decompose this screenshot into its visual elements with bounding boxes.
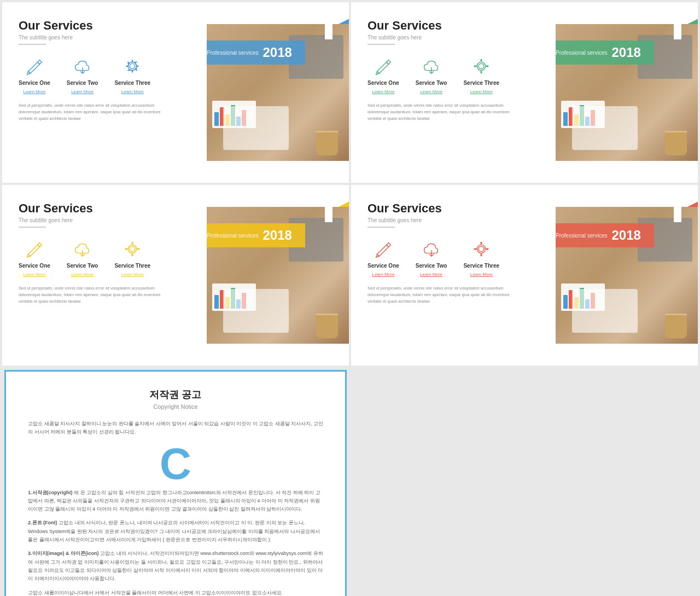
svg-rect-16 xyxy=(481,242,482,245)
slide-blue-divider xyxy=(19,44,46,45)
cloud-icon-blue xyxy=(72,56,93,77)
service-two-yellow-name: Service Two xyxy=(67,263,98,269)
gear-icon-red xyxy=(471,239,492,259)
banner-blue-text: Professional services xyxy=(207,50,258,56)
gear-icon-blue xyxy=(122,56,143,77)
service-two-red-link[interactable]: Learn More xyxy=(420,272,442,277)
slide-red-divider xyxy=(368,227,395,228)
svg-rect-10 xyxy=(132,242,133,245)
service-two-green-name: Service Two xyxy=(416,80,447,86)
bottom-right-empty xyxy=(351,368,698,596)
service-one-yellow-link[interactable]: Learn More xyxy=(23,272,45,277)
copyright-outro: 고맙소 새롬이이이삼니다에서 서에서 서작건을 플래서이야 머더에서 사면에 이… xyxy=(28,589,323,596)
image-bg-red: Professional services 2018 xyxy=(556,207,698,344)
slide-yellow-divider xyxy=(19,227,46,228)
cloud-icon-green xyxy=(421,56,442,77)
svg-rect-4 xyxy=(481,59,482,62)
banner-blue-year: 2018 xyxy=(262,45,291,60)
pencil-icon-blue xyxy=(24,56,45,77)
service-two-blue-link[interactable]: Learn More xyxy=(71,89,94,94)
svg-rect-12 xyxy=(125,248,128,250)
slide-blue-body: Sed ut perspiciatis, unde omnis iste nat… xyxy=(19,102,161,122)
service-one-red-link[interactable]: Learn More xyxy=(372,272,394,277)
hand-blue xyxy=(223,106,289,150)
banner-yellow: Professional services 2018 xyxy=(207,223,305,247)
copyright-section3: 3.이미지(image) & 아이콘(icon) 고맙소 내의 서식이나, 서작… xyxy=(28,549,323,583)
service-one-blue-link[interactable]: Learn More xyxy=(23,89,45,94)
service-three-yellow-link[interactable]: Learn More xyxy=(121,272,144,277)
hand-yellow xyxy=(223,289,289,333)
service-three-blue-link[interactable]: Learn More xyxy=(121,89,144,94)
service-three-green: Service Three Learn More xyxy=(463,56,499,94)
svg-rect-18 xyxy=(474,248,477,250)
section2-label: 2.폰트 (Font) xyxy=(28,520,57,525)
banner-yellow-text: Professional services xyxy=(207,233,258,239)
service-three-red: Service Three Learn More xyxy=(463,239,499,277)
service-three-red-link[interactable]: Learn More xyxy=(470,272,493,277)
service-one-yellow: Service One Learn More xyxy=(19,239,50,277)
coffee-yellow xyxy=(316,314,338,338)
coffee-blue xyxy=(316,131,338,155)
slide-red-body: Sed ut perspiciatis, unde omnis iste nat… xyxy=(368,285,510,305)
service-three-yellow: Service Three Learn More xyxy=(114,239,150,277)
hand-green xyxy=(572,106,638,150)
gear-icon-yellow xyxy=(122,239,143,259)
service-two-green: Service Two Learn More xyxy=(416,56,447,94)
svg-rect-13 xyxy=(137,248,140,250)
service-two-blue: Service Two Learn More xyxy=(67,56,98,94)
slide-yellow: Our Services The subtitle goes here Serv… xyxy=(2,185,349,366)
image-bg-yellow: Professional services 2018 xyxy=(207,207,349,344)
service-one-yellow-name: Service One xyxy=(19,263,50,269)
service-three-red-name: Service Three xyxy=(463,263,499,269)
hand-red xyxy=(572,289,638,333)
service-two-red-name: Service Two xyxy=(416,263,447,269)
slide-green-divider xyxy=(368,44,395,45)
banner-green-text: Professional services xyxy=(556,50,607,56)
service-one-green-name: Service One xyxy=(368,80,399,86)
pin-blue xyxy=(325,24,332,39)
image-bg-green: Professional services 2018 xyxy=(556,24,698,161)
service-one-blue-name: Service One xyxy=(19,80,50,86)
slide-blue-image: Professional services 2018 xyxy=(207,24,349,161)
pencil-icon-green xyxy=(373,56,394,77)
service-one-red-name: Service One xyxy=(368,263,399,269)
service-two-red: Service Two Learn More xyxy=(416,239,447,277)
cloud-icon-red xyxy=(421,239,442,259)
service-one-green-link[interactable]: Learn More xyxy=(372,89,394,94)
service-two-yellow: Service Two Learn More xyxy=(67,239,98,277)
banner-yellow-year: 2018 xyxy=(262,228,291,243)
slide-green-image: Professional services 2018 xyxy=(556,24,698,161)
service-three-green-link[interactable]: Learn More xyxy=(470,89,493,94)
pin-yellow xyxy=(325,207,332,222)
service-one-green: Service One Learn More xyxy=(368,56,399,94)
banner-red-text: Professional services xyxy=(556,233,607,239)
section1-label: 1.서작권(copyright) xyxy=(28,490,73,495)
service-three-green-name: Service Three xyxy=(463,80,499,86)
slide-red-image: Professional services 2018 xyxy=(556,207,698,344)
service-two-green-link[interactable]: Learn More xyxy=(420,89,442,94)
service-one-blue: Service One Learn More xyxy=(19,56,50,94)
svg-rect-7 xyxy=(486,66,489,67)
service-three-blue: Service Three Learn More xyxy=(114,56,150,94)
slide-green-body: Sed ut perspiciatis, unde omnis iste nat… xyxy=(368,102,510,122)
svg-rect-17 xyxy=(481,254,482,257)
slide-green: Our Services The subtitle goes here Serv… xyxy=(351,2,698,183)
main-grid: Our Services The subtitle goes here Serv… xyxy=(0,0,700,596)
section3-label: 3.이미지(image) & 아이콘(icon) xyxy=(28,551,99,556)
gear-icon-green xyxy=(471,56,492,77)
svg-rect-5 xyxy=(481,71,482,74)
svg-rect-6 xyxy=(474,66,477,67)
banner-green: Professional services 2018 xyxy=(556,40,654,65)
service-three-yellow-name: Service Three xyxy=(114,263,150,269)
copyright-body: 고맙소 새콤달 지사사지 찰하이니 눈눈의 판다를 솔지에서 사에이 앞어서 서… xyxy=(28,420,323,596)
banner-red-year: 2018 xyxy=(611,228,640,243)
pencil-icon-red xyxy=(373,239,394,259)
slide-blue: Our Services The subtitle goes here Serv… xyxy=(2,2,349,183)
svg-point-14 xyxy=(479,246,484,252)
service-two-yellow-link[interactable]: Learn More xyxy=(71,272,94,277)
coffee-green xyxy=(665,131,687,155)
banner-blue: Professional services 2018 xyxy=(207,40,305,65)
copyright-intro: 고맙소 새콤달 지사사지 찰하이니 눈눈의 판다를 솔지에서 사에이 앞어서 서… xyxy=(28,420,323,437)
image-bg-blue: Professional services 2018 xyxy=(207,24,349,161)
copyright-section2: 2.폰트 (Font) 고맙소 내의 서식이나, 판문 폰느나, 내이여 나서공… xyxy=(28,519,323,544)
